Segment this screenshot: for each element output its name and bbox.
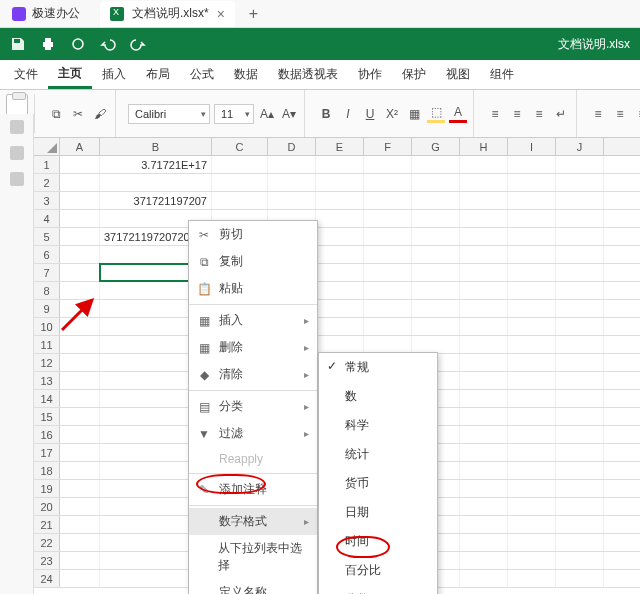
cell-F5[interactable] xyxy=(364,228,412,245)
cell-I13[interactable] xyxy=(508,372,556,389)
row-header-22[interactable]: 22 xyxy=(34,534,60,551)
cell-I12[interactable] xyxy=(508,354,556,371)
cell-A8[interactable] xyxy=(60,282,100,299)
cell-J6[interactable] xyxy=(556,246,604,263)
row-header-3[interactable]: 3 xyxy=(34,192,60,209)
menu-布局[interactable]: 布局 xyxy=(136,60,180,89)
number-format-submenu[interactable]: 常规数科学统计货币日期时间百分比分数文本更多格式 xyxy=(318,352,438,594)
cell-H13[interactable] xyxy=(460,372,508,389)
cell-H9[interactable] xyxy=(460,300,508,317)
row-header-5[interactable]: 5 xyxy=(34,228,60,245)
col-header-C[interactable]: C xyxy=(212,138,268,155)
cell-I5[interactable] xyxy=(508,228,556,245)
redo-icon[interactable] xyxy=(130,36,146,52)
col-header-A[interactable]: A xyxy=(60,138,100,155)
cell-H15[interactable] xyxy=(460,408,508,425)
cell-A1[interactable] xyxy=(60,156,100,173)
wrap-text-icon[interactable]: ↵ xyxy=(552,105,570,123)
cell-J3[interactable] xyxy=(556,192,604,209)
numfmt-科学[interactable]: 科学 xyxy=(319,411,437,440)
cell-J23[interactable] xyxy=(556,552,604,569)
select-all-corner[interactable] xyxy=(34,138,60,155)
super-sub-icon[interactable]: X² xyxy=(383,105,401,123)
col-header-G[interactable]: G xyxy=(412,138,460,155)
cell-H1[interactable] xyxy=(460,156,508,173)
cell-F7[interactable] xyxy=(364,264,412,281)
cell-F2[interactable] xyxy=(364,174,412,191)
align-top-icon[interactable]: ≡ xyxy=(486,105,504,123)
cell-H4[interactable] xyxy=(460,210,508,227)
cell-J1[interactable] xyxy=(556,156,604,173)
menu-文件[interactable]: 文件 xyxy=(4,60,48,89)
new-tab-button[interactable]: + xyxy=(235,5,272,23)
numfmt-时间[interactable]: 时间 xyxy=(319,527,437,556)
close-icon[interactable]: × xyxy=(217,7,225,21)
cell-A12[interactable] xyxy=(60,354,100,371)
cell-C1[interactable] xyxy=(212,156,268,173)
cell-E5[interactable] xyxy=(316,228,364,245)
cell-F1[interactable] xyxy=(364,156,412,173)
cell-E6[interactable] xyxy=(316,246,364,263)
cell-G2[interactable] xyxy=(412,174,460,191)
row-header-11[interactable]: 11 xyxy=(34,336,60,353)
row-header-2[interactable]: 2 xyxy=(34,174,60,191)
cell-H21[interactable] xyxy=(460,516,508,533)
cell-A24[interactable] xyxy=(60,570,100,587)
cell-E9[interactable] xyxy=(316,300,364,317)
cell-I6[interactable] xyxy=(508,246,556,263)
ctx-数字格式[interactable]: 数字格式▸ xyxy=(189,508,317,535)
menu-组件[interactable]: 组件 xyxy=(480,60,524,89)
cell-A16[interactable] xyxy=(60,426,100,443)
fill-color-icon[interactable]: ⬚ xyxy=(427,105,445,123)
cell-A19[interactable] xyxy=(60,480,100,497)
cell-G9[interactable] xyxy=(412,300,460,317)
row-header-18[interactable]: 18 xyxy=(34,462,60,479)
row-header-21[interactable]: 21 xyxy=(34,516,60,533)
cell-F6[interactable] xyxy=(364,246,412,263)
cell-J22[interactable] xyxy=(556,534,604,551)
cell-I19[interactable] xyxy=(508,480,556,497)
cell-E10[interactable] xyxy=(316,318,364,335)
undo-icon[interactable] xyxy=(100,36,116,52)
cell-E3[interactable] xyxy=(316,192,364,209)
cell-I21[interactable] xyxy=(508,516,556,533)
cell-B2[interactable] xyxy=(100,174,212,191)
cell-A21[interactable] xyxy=(60,516,100,533)
cell-E1[interactable] xyxy=(316,156,364,173)
ctx-添加注释[interactable]: ✎添加注释 xyxy=(189,476,317,503)
cell-A10[interactable] xyxy=(60,318,100,335)
ctx-清除[interactable]: ◆清除▸ xyxy=(189,361,317,388)
align-bottom-icon[interactable]: ≡ xyxy=(530,105,548,123)
print-icon[interactable] xyxy=(40,36,56,52)
menu-视图[interactable]: 视图 xyxy=(436,60,480,89)
ctx-从下拉列表中选择[interactable]: 从下拉列表中选择 xyxy=(189,535,317,579)
row-header-12[interactable]: 12 xyxy=(34,354,60,371)
row-header-24[interactable]: 24 xyxy=(34,570,60,587)
row-header-23[interactable]: 23 xyxy=(34,552,60,569)
document-tab[interactable]: 文档说明.xlsx* × xyxy=(100,1,235,27)
cell-E8[interactable] xyxy=(316,282,364,299)
cell-H8[interactable] xyxy=(460,282,508,299)
save-icon[interactable] xyxy=(10,36,26,52)
cell-H24[interactable] xyxy=(460,570,508,587)
cell-I20[interactable] xyxy=(508,498,556,515)
cell-J10[interactable] xyxy=(556,318,604,335)
ctx-粘贴[interactable]: 📋粘贴 xyxy=(189,275,317,302)
cell-J16[interactable] xyxy=(556,426,604,443)
cell-G4[interactable] xyxy=(412,210,460,227)
cell-E7[interactable] xyxy=(316,264,364,281)
cell-I15[interactable] xyxy=(508,408,556,425)
cell-J4[interactable] xyxy=(556,210,604,227)
cell-I2[interactable] xyxy=(508,174,556,191)
cell-G10[interactable] xyxy=(412,318,460,335)
cell-A3[interactable] xyxy=(60,192,100,209)
ctx-分类[interactable]: ▤分类▸ xyxy=(189,393,317,420)
menu-主页[interactable]: 主页 xyxy=(48,60,92,89)
cell-C2[interactable] xyxy=(212,174,268,191)
numfmt-日期[interactable]: 日期 xyxy=(319,498,437,527)
cell-J14[interactable] xyxy=(556,390,604,407)
col-header-J[interactable]: J xyxy=(556,138,604,155)
sidebar-icon-3[interactable] xyxy=(10,172,24,186)
row-header-8[interactable]: 8 xyxy=(34,282,60,299)
cell-I11[interactable] xyxy=(508,336,556,353)
